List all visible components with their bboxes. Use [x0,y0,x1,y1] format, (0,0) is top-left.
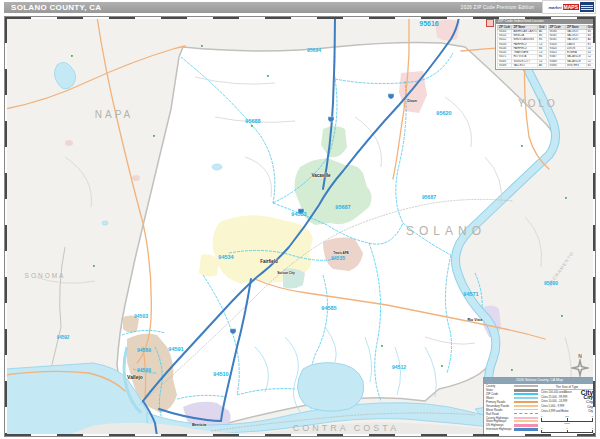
city-label-rio-vista: Rio Vista [468,318,483,322]
zip-index-row: 94533FAIRFIELDC3 [498,42,547,46]
page: { "colors":{"zip_line":"#40c8ee","water"… [0,0,600,439]
legend-item-swatch [514,393,538,395]
zip-label-95687: 95687 [335,204,350,210]
legend-item-label: Interstate Highways [486,427,511,431]
zip-index-body: ZIP CodeZIP NameGrid94503AMERICAN CANYON… [496,24,596,69]
zip-index-table: ZIP Code Index/Grid Locator ZIP CodeZIP … [495,18,596,70]
brand-maps-text: MAPS [563,4,579,10]
edition-label: 2026 ZIP Code Premium Edition [461,2,534,13]
city-label-fairfield: Fairfield [260,259,278,264]
zip-index-row: 94585SUISUN CITYC4 [498,59,547,63]
zip-label-94589: 94589 [137,347,151,353]
zip-index-row: 94592VALLEJOA5 [548,38,596,42]
neatline-right [593,17,595,436]
legend-item-swatch [514,385,538,387]
legend-type-size: The Size of Type Cities 100,000 and Abov… [541,385,593,437]
map-graphic [5,17,595,436]
legend-item-swatch [514,420,538,422]
legend-item-swatch [514,401,538,403]
legend-item-swatch [514,413,538,414]
county-label-sonoma: SONOMA [25,272,66,279]
neatline-top [5,17,595,19]
type-size-label: Cities 4,999 and Below [541,410,569,413]
zip-index-row: 94591VALLEJOB5 [548,34,596,38]
zip-label-94534: 94534 [218,254,233,260]
legend-item-swatch [514,409,538,410]
zip-index-row: 94571RIO VISTAE4 [498,55,547,59]
legend-item-swatch [514,389,538,392]
zip-index-row: 95620DIXOND2 [548,46,596,50]
city-label-benicia: Benicia [192,422,206,427]
zip-label-94590: 94590 [137,367,151,373]
zip-label-94510: 94510 [213,371,228,377]
zip-index-group: ZIP CodeZIP NameGrid94503AMERICAN CANYON… [497,25,547,68]
zip-label-95616: 95616 [419,20,438,27]
zip-index-row: 95694WINTERSB1 [548,63,596,67]
zip-label-94512: 94512 [392,364,406,370]
neatline-bottom [5,434,595,436]
zip-label-94533: 94533 [291,211,306,217]
scale-bar-miles: 02.55Miles [541,415,593,425]
city-label-travis-afb: Travis AFB [333,251,349,255]
zip-index-row: 95625ELMIRAD2 [548,51,596,55]
zip-index-row: 94590VALLEJOB5 [548,30,596,34]
city-label-suisun-city: Suisun City [277,271,295,275]
zip-index-row: 94510BENICIAB5 [498,34,547,38]
zip-label-95690: 95690 [544,280,558,286]
type-size-row: Cities 4,999 and BelowCity [541,409,593,414]
zip-index-row: 94534FAIRFIELDB3 [498,46,547,50]
zip-label-95688: 95688 [245,118,260,124]
state-locator-icon [486,19,494,27]
zip-index-column-header: ZIP Code [498,26,512,30]
legend-item-swatch [514,405,538,407]
zip-index-row: 95688VACAVILLEC2 [548,59,596,63]
type-size-label: Cities 5,000 - 9,999 [541,405,564,408]
zip-index-row: 94503AMERICAN CANYONA4 [498,30,547,34]
zip-index-row: 94512BIRDS LANDINGE4 [498,38,547,42]
zip-index-row: 95616DAVISE1 [548,42,596,46]
zip-label-94571: 94571 [463,291,478,297]
zip-label-95687: 95687 [422,194,436,200]
county-label-contra-costa: CONTRA COSTA [293,423,399,433]
publisher-logo: market MAPS [542,0,596,14]
legend-item-swatch [514,424,538,427]
city-label-vacaville: Vacaville [311,173,330,178]
zip-index-group: ZIP CodeZIP NameGrid94590VALLEJOB594591V… [548,25,597,68]
zip-index-row: 94535TRAVIS AFBC3 [498,51,547,55]
zip-label-94535: 94535 [331,255,345,261]
brand-market-text: market [548,5,561,10]
zip-index-row: 94589VALLEJOA4 [498,63,547,67]
scale-unit: Miles [541,422,593,425]
scale-line [541,430,593,434]
neatline-left [5,17,7,436]
type-size-label: Cities 10,000 - 24,999 [541,400,567,403]
zip-label-94503: 94503 [134,313,148,319]
title-bar: SOLANO COUNTY, CA 2026 ZIP Code Premium … [4,2,596,13]
map-area: NAPAYOLOSOLANOSONOMACONTRA COSTASACRAMEN… [4,16,596,437]
zip-label-94592: 94592 [57,335,70,340]
legend-item-swatch [514,417,538,419]
legend-item-swatch [514,397,538,399]
county-label-yolo: YOLO [518,98,558,109]
county-label-napa: NAPA [95,109,134,120]
legend-line-items: CountyStateZIP CodeWaterPrimary RoadsSec… [486,385,538,437]
city-label-vallejo: Vallejo [127,374,143,380]
zip-label-95620: 95620 [436,110,451,116]
type-size-label: Cities 100,000 and Above [541,391,572,394]
brand-address-block [580,2,594,12]
map-legend: 2026 Solano County, CA Map CountyStateZI… [483,377,596,435]
city-label-dixon: Dixon [407,99,417,103]
county-label-solano: SOLANO [406,224,486,238]
zip-label-94585: 94585 [321,305,336,311]
zip-label-94591: 94591 [168,346,183,352]
zip-label-95694: 95694 [307,47,321,53]
zip-index-row: 95687VACAVILLEC2 [548,55,596,59]
scale-line [541,418,593,422]
map-title: SOLANO COUNTY, CA [11,3,101,12]
legend-item-swatch [514,428,538,431]
type-size-label: Cities 25,000 - 99,999 [541,396,567,399]
legend-item-interstate-highways: Interstate Highways [486,427,538,431]
compass-star-icon [571,359,589,377]
